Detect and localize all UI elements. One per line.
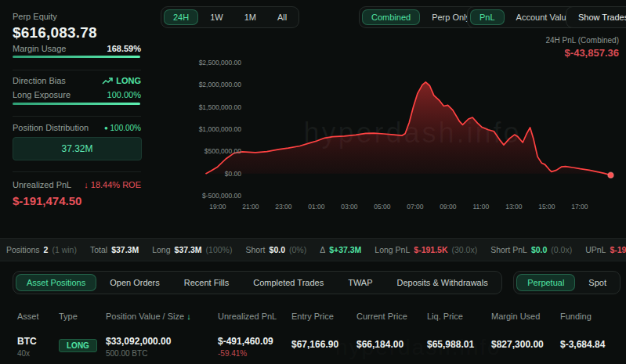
col-asset: Asset — [17, 312, 59, 321]
time-range-all[interactable]: All — [268, 9, 296, 25]
section-tabs: Asset Positions Open Orders Recent Fills… — [13, 271, 502, 294]
long-exposure-row: Long Exposure 100.00% — [13, 90, 141, 99]
svg-text:05:00: 05:00 — [374, 203, 391, 211]
distribution-dot-icon: ● — [104, 124, 108, 132]
long-exposure-bar — [13, 103, 140, 105]
long-exposure-value: 100.00% — [107, 90, 141, 99]
svg-text:03:00: 03:00 — [341, 203, 358, 211]
unrealized-pnl-value: $-191,474.50 — [13, 194, 81, 207]
svg-text:$0.00: $0.00 — [225, 170, 242, 178]
svg-text:17:00: 17:00 — [571, 203, 588, 211]
summary-positions: Positions2(1 win) — [6, 245, 77, 254]
svg-text:19:00: 19:00 — [209, 203, 226, 211]
summary-long-pnl: Long PnL$-191.5K(30.0x) — [375, 245, 477, 254]
cell-current-price: $66,184.00 — [356, 332, 427, 358]
sort-down-arrow-icon: ↓ — [186, 312, 191, 321]
summary-short: Short$0.0(0%) — [245, 245, 306, 254]
unrealized-pnl-label: Unrealized PnL — [13, 180, 71, 189]
time-range-24h[interactable]: 24H — [164, 9, 198, 25]
cell-unrealized-pnl: $-491,460.09 -59.41% — [218, 332, 291, 358]
tab-asset-positions[interactable]: Asset Positions — [16, 274, 96, 291]
direction-bias-value: LONG — [116, 76, 141, 85]
table-row-btc[interactable]: BTC 40x LONG $33,092,000.00 500.00 BTC $… — [0, 332, 626, 358]
position-distribution-label: Position Distribution — [13, 123, 89, 132]
show-trades-button[interactable]: Show Trades — [569, 9, 626, 25]
tab-deposits-withdrawals[interactable]: Deposits & Withdrawals — [386, 274, 499, 291]
col-type: Type — [59, 312, 106, 321]
summary-long: Long$37.3M(100%) — [152, 245, 232, 254]
cell-position-value: $33,092,000.00 500.00 BTC — [106, 332, 218, 358]
combine-toggle-group: Combined Perp Only — [359, 6, 483, 28]
col-entry-price[interactable]: Entry Price — [291, 312, 356, 321]
market-perpetual-button[interactable]: Perpetual — [516, 274, 575, 291]
svg-text:$1,500,000.00: $1,500,000.00 — [199, 103, 242, 111]
position-distribution-value: 100.00% — [110, 124, 141, 132]
cell-liq-price: $65,988.01 — [427, 332, 491, 358]
time-range-1w[interactable]: 1W — [201, 9, 233, 25]
col-margin-used[interactable]: Margin Used — [491, 312, 560, 321]
direction-bias-row: Direction Bias LONG — [13, 76, 141, 85]
tab-completed-trades[interactable]: Completed Trades — [242, 274, 335, 291]
time-range-group: 24H 1W 1M All — [161, 6, 299, 28]
perp-equity-row: Perp Equity — [13, 12, 141, 21]
trader-dashboard: Perp Equity $616,083.78 Margin Usage 168… — [0, 0, 626, 364]
distribution-box[interactable]: 37.32M — [13, 137, 142, 160]
svg-text:$-500,000.00: $-500,000.00 — [202, 192, 241, 200]
svg-text:01:00: 01:00 — [308, 203, 325, 211]
cell-entry-price: $67,166.90 — [291, 332, 356, 358]
margin-usage-value: 168.59% — [107, 44, 141, 53]
summary-total: Total$37.3M — [90, 245, 139, 254]
tab-recent-fills[interactable]: Recent Fills — [173, 274, 240, 291]
margin-usage-label: Margin Usage — [13, 44, 66, 53]
col-current-price[interactable]: Current Price — [356, 312, 427, 321]
cell-type: LONG — [59, 332, 106, 358]
svg-text:13:00: 13:00 — [505, 203, 523, 211]
pnl-button[interactable]: PnL — [470, 9, 505, 25]
svg-text:$500,000.00: $500,000.00 — [204, 147, 242, 155]
sidebar-divider — [13, 171, 141, 172]
svg-text:23:00: 23:00 — [275, 203, 292, 211]
svg-text:07:00: 07:00 — [407, 203, 424, 211]
distribution-box-value: 37.32M — [61, 143, 92, 154]
summary-delta: Δ$+37.3M — [320, 245, 361, 254]
tab-open-orders[interactable]: Open Orders — [99, 274, 171, 291]
svg-text:21:00: 21:00 — [242, 203, 259, 211]
pnl-summary-label: 24H PnL (Combined) — [545, 36, 619, 45]
direction-bias-label: Direction Bias — [13, 76, 66, 85]
unrealized-pnl-row: Unrealized PnL ↓ 18.44% ROE — [13, 180, 141, 189]
long-badge: LONG — [59, 339, 97, 352]
time-range-1m[interactable]: 1M — [235, 9, 266, 25]
col-liq-price[interactable]: Liq. Price — [427, 312, 491, 321]
roe-down-arrow-icon: ↓ — [84, 180, 89, 189]
perp-equity-label: Perp Equity — [13, 12, 57, 21]
margin-usage-row: Margin Usage 168.59% — [13, 44, 141, 53]
svg-text:$2,000,000.00: $2,000,000.00 — [199, 81, 242, 88]
sidebar-divider — [13, 70, 141, 70]
tab-twap[interactable]: TWAP — [337, 274, 383, 291]
svg-text:09:00: 09:00 — [440, 203, 457, 211]
show-trades-group: Show Trades — [566, 6, 626, 28]
positions-summary-bar: Positions2(1 win) Total$37.3M Long$37.3M… — [0, 238, 626, 261]
cell-margin-used: $827,300.00 — [491, 332, 560, 358]
market-toggle: Perpetual Spot — [513, 271, 621, 294]
col-funding[interactable]: Funding — [560, 312, 626, 321]
long-exposure-label: Long Exposure — [13, 90, 71, 99]
col-position-value[interactable]: Position Value / Size ↓ — [106, 312, 218, 321]
summary-short-pnl: Short PnL$0.0(0.0x) — [490, 245, 572, 254]
pnl-chart[interactable]: hyperdash.info$2,500,000.00$2,000,000.00… — [192, 55, 626, 223]
perp-equity-value: $616,083.78 — [13, 24, 97, 41]
margin-usage-bar — [13, 56, 140, 58]
table-header: Asset Type Position Value / Size ↓ Unrea… — [0, 312, 626, 321]
cell-asset: BTC 40x — [17, 332, 59, 358]
svg-text:15:00: 15:00 — [538, 203, 555, 211]
cell-funding: $-3,684.84 — [560, 332, 626, 358]
position-distribution-row: Position Distribution ● 100.00% — [13, 123, 141, 132]
col-unrealized-pnl[interactable]: Unrealized PnL — [218, 312, 291, 321]
trend-up-icon — [102, 77, 113, 85]
combined-button[interactable]: Combined — [362, 9, 420, 25]
sidebar-divider — [13, 116, 141, 117]
svg-text:$2,500,000.00: $2,500,000.00 — [199, 59, 242, 67]
svg-text:$1,000,000.00: $1,000,000.00 — [199, 125, 242, 133]
market-spot-button[interactable]: Spot — [577, 274, 617, 291]
svg-text:11:00: 11:00 — [472, 203, 489, 211]
